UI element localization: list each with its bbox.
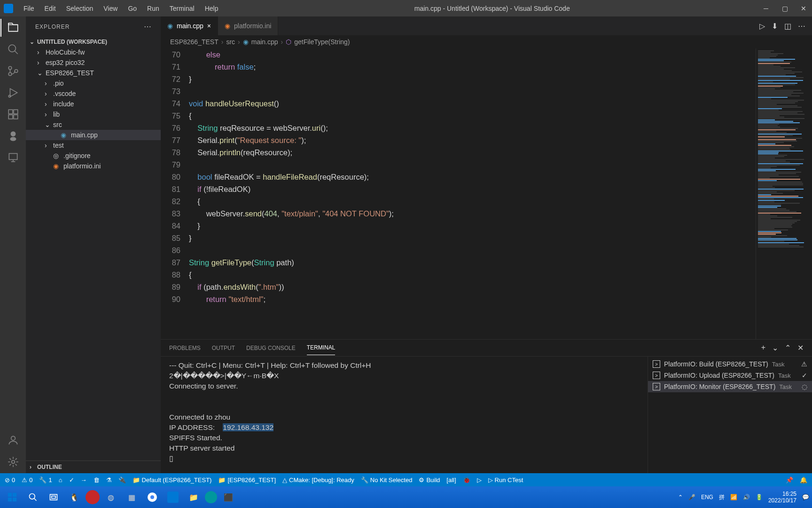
statusbar-item[interactable]: 🔧1 bbox=[39, 476, 52, 484]
notifications-icon[interactable]: 💬 bbox=[802, 494, 809, 500]
search-button[interactable] bbox=[23, 488, 42, 507]
panel-tab-output[interactable]: OUTPUT bbox=[212, 341, 235, 355]
taskbar-app[interactable]: ◍ bbox=[102, 488, 120, 507]
download-icon[interactable]: ⬇ bbox=[772, 22, 778, 31]
tree-item-lib[interactable]: ›lib bbox=[26, 109, 161, 119]
menu-help[interactable]: Help bbox=[200, 3, 223, 14]
search-icon[interactable] bbox=[7, 43, 20, 56]
split-editor-icon[interactable]: ◫ bbox=[784, 22, 791, 31]
menu-selection[interactable]: Selection bbox=[62, 3, 98, 14]
breadcrumb-part[interactable]: main.cpp bbox=[251, 38, 278, 46]
ime-lang[interactable]: ENG bbox=[701, 494, 713, 500]
statusbar-item[interactable]: ▷Run CTest bbox=[488, 476, 523, 484]
run-icon[interactable]: ▷ bbox=[759, 22, 765, 31]
tree-item-esp8266_test[interactable]: ⌄ESP8266_TEST bbox=[26, 68, 161, 78]
platformio-icon[interactable] bbox=[7, 129, 20, 143]
breadcrumb-part[interactable]: ESP8266_TEST bbox=[170, 38, 219, 46]
task-item[interactable]: >PlatformIO: Upload (ESP8266_TEST) Task✓ bbox=[648, 370, 812, 381]
remote-icon[interactable] bbox=[7, 151, 20, 164]
settings-icon[interactable] bbox=[7, 455, 20, 468]
statusbar-item[interactable]: 🔌 bbox=[118, 476, 126, 484]
maximize-panel-icon[interactable]: ⌃ bbox=[785, 343, 791, 352]
statusbar-item[interactable]: 🔔 bbox=[800, 476, 807, 484]
statusbar-item[interactable]: [all] bbox=[446, 476, 456, 484]
panel-tab-problems[interactable]: PROBLEMS bbox=[169, 341, 201, 355]
wifi-icon[interactable]: 📶 bbox=[730, 494, 737, 500]
menu-terminal[interactable]: Terminal bbox=[165, 3, 199, 14]
tree-item-platformio-ini[interactable]: ◉platformio.ini bbox=[26, 161, 161, 171]
taskbar-app[interactable]: ▦ bbox=[122, 488, 141, 507]
tree-item-src[interactable]: ⌄src bbox=[26, 119, 161, 130]
vscode-taskbar-icon[interactable] bbox=[164, 488, 182, 507]
menu-go[interactable]: Go bbox=[123, 3, 141, 14]
statusbar-item[interactable]: ⊘0 bbox=[5, 476, 15, 484]
extensions-icon[interactable] bbox=[7, 108, 20, 121]
statusbar-item[interactable]: ⚗ bbox=[106, 476, 112, 484]
panel-tab-debug-console[interactable]: DEBUG CONSOLE bbox=[246, 341, 296, 355]
menu-file[interactable]: File bbox=[19, 3, 39, 14]
menu-run[interactable]: Run bbox=[142, 3, 164, 14]
breadcrumb-part[interactable]: src bbox=[226, 38, 235, 46]
statusbar-item[interactable]: 🔧No Kit Selected bbox=[361, 476, 413, 484]
breadcrumb[interactable]: ESP8266_TEST › src › ◉ main.cpp › ⬡ getF… bbox=[161, 35, 812, 48]
file-explorer-icon[interactable]: 📁 bbox=[184, 488, 203, 507]
tree-item-esp32-pico32[interactable]: ›esp32 pico32 bbox=[26, 57, 161, 68]
statusbar-item[interactable]: 📁Default (ESP8266_TEST) bbox=[133, 476, 212, 484]
taskbar-app[interactable] bbox=[86, 490, 100, 504]
statusbar-item[interactable]: ⌂ bbox=[59, 476, 62, 484]
breadcrumb-part[interactable]: getFileType(String) bbox=[294, 38, 350, 46]
tree-item-holocubic-fw[interactable]: ›HoloCubic-fw bbox=[26, 47, 161, 57]
minimap[interactable] bbox=[756, 48, 812, 339]
statusbar-item[interactable]: 🗑 bbox=[94, 476, 100, 484]
outline-section[interactable]: › OUTLINE bbox=[26, 460, 161, 473]
panel-tab-terminal[interactable]: TERMINAL bbox=[307, 341, 336, 355]
accounts-icon[interactable] bbox=[7, 434, 20, 447]
start-button[interactable] bbox=[3, 488, 22, 507]
taskbar-app[interactable] bbox=[205, 491, 217, 503]
statusbar-item[interactable]: ⚠0 bbox=[22, 476, 32, 484]
taskbar-app[interactable]: 🐧 bbox=[65, 488, 84, 507]
statusbar-item[interactable]: ▷ bbox=[477, 476, 482, 484]
task-item[interactable]: >PlatformIO: Build (ESP8266_TEST) Task⚠ bbox=[648, 358, 812, 370]
close-panel-icon[interactable]: ✕ bbox=[797, 343, 804, 352]
close-tab-icon[interactable]: × bbox=[207, 22, 211, 30]
new-terminal-icon[interactable]: + bbox=[761, 343, 765, 352]
menu-view[interactable]: View bbox=[99, 3, 122, 14]
menu-edit[interactable]: Edit bbox=[40, 3, 61, 14]
explorer-icon[interactable] bbox=[7, 21, 20, 34]
ime-layout[interactable]: 拼 bbox=[719, 493, 725, 501]
tree-item--pio[interactable]: ›.pio bbox=[26, 78, 161, 88]
tree-item-main-cpp[interactable]: ◉main.cpp bbox=[26, 130, 161, 140]
editor-tab-main-cpp[interactable]: ◉main.cpp× bbox=[161, 16, 218, 35]
taskbar-app[interactable]: ⬛ bbox=[219, 488, 238, 507]
run-debug-icon[interactable] bbox=[7, 86, 20, 99]
minimize-button[interactable]: ─ bbox=[761, 4, 771, 13]
tree-item--vscode[interactable]: ›.vscode bbox=[26, 88, 161, 99]
statusbar-item[interactable]: 📁[ESP8266_TEST] bbox=[218, 476, 276, 484]
statusbar-item[interactable]: → bbox=[81, 476, 87, 484]
microphone-icon[interactable]: 🎤 bbox=[688, 494, 695, 500]
volume-icon[interactable]: 🔊 bbox=[743, 494, 750, 500]
terminal-dropdown-icon[interactable]: ⌄ bbox=[772, 343, 778, 352]
maximize-button[interactable]: ▢ bbox=[780, 4, 789, 13]
task-item[interactable]: >PlatformIO: Monitor (ESP8266_TEST) Task… bbox=[648, 381, 812, 392]
statusbar-item[interactable]: 📌 bbox=[786, 476, 793, 484]
clock[interactable]: 16:25 2022/10/17 bbox=[768, 491, 796, 504]
code-content[interactable]: else return false;} void handleUserReque… bbox=[189, 48, 756, 339]
terminal-output[interactable]: --- Quit: Ctrl+C | Menu: Ctrl+T | Help: … bbox=[161, 357, 648, 473]
task-view-button[interactable] bbox=[44, 488, 63, 507]
statusbar-item[interactable]: △CMake: [Debug]: Ready bbox=[282, 476, 354, 484]
workspace-root[interactable]: ⌄ UNTITLED (WORKSPACE) bbox=[26, 37, 161, 47]
tree-item-test[interactable]: ›test bbox=[26, 140, 161, 151]
statusbar-item[interactable]: ✓ bbox=[69, 476, 74, 484]
tree-item-include[interactable]: ›include bbox=[26, 99, 161, 109]
statusbar-item[interactable]: ⚙Build bbox=[419, 476, 440, 484]
tray-chevron-icon[interactable]: ⌃ bbox=[678, 494, 683, 500]
close-button[interactable]: ✕ bbox=[799, 4, 808, 13]
code-editor[interactable]: 7071727374757677787980818283848586878889… bbox=[161, 48, 812, 339]
sidebar-more-icon[interactable]: ⋯ bbox=[144, 22, 151, 31]
battery-icon[interactable]: 🔋 bbox=[756, 494, 763, 500]
source-control-icon[interactable] bbox=[7, 64, 20, 78]
statusbar-item[interactable]: 🐞 bbox=[463, 476, 470, 484]
chrome-icon[interactable] bbox=[143, 488, 162, 507]
